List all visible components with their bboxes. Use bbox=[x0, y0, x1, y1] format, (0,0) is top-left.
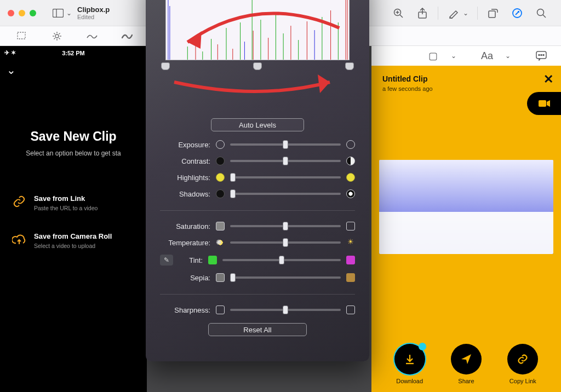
sepia-high-icon bbox=[346, 273, 355, 282]
chevron-down-icon[interactable]: ⌄ bbox=[462, 6, 469, 20]
contrast-low-icon bbox=[216, 157, 225, 165]
sidebar-toggle-icon[interactable] bbox=[51, 6, 65, 20]
black-point-handle[interactable] bbox=[161, 62, 170, 70]
warm-icon: ☀ bbox=[346, 238, 355, 247]
chevron-down-icon[interactable]: ⌄ bbox=[505, 49, 511, 63]
saturation-slider[interactable]: Saturation: bbox=[160, 222, 355, 230]
option-subtitle: Paste the URL to a video bbox=[34, 205, 98, 211]
svg-marker-55 bbox=[318, 74, 330, 93]
sepia-slider[interactable]: Sepia: bbox=[160, 273, 355, 282]
svg-line-19 bbox=[59, 38, 60, 39]
share-icon[interactable] bbox=[415, 6, 430, 20]
action-label: Share bbox=[458, 378, 474, 384]
back-button[interactable]: ⌄ bbox=[0, 60, 147, 80]
sepia-low-icon bbox=[216, 273, 225, 282]
svg-rect-12 bbox=[18, 32, 25, 39]
adjust-color-panel[interactable]: ✕ Adjust Color – Clipbox.png bbox=[146, 0, 369, 361]
copy-link-action[interactable]: Copy Link bbox=[507, 344, 538, 384]
sharpness-low-icon bbox=[216, 305, 225, 314]
contrast-slider[interactable]: Contrast: bbox=[160, 157, 355, 165]
saturation-low-icon bbox=[216, 222, 225, 230]
save-clip-title: Save New Clip bbox=[0, 129, 147, 144]
instant-alpha-icon[interactable] bbox=[51, 30, 63, 42]
clipbox-save-screen: ✈ ✶ 3:52 PM ⌄ Save New Clip Select an op… bbox=[0, 46, 147, 392]
tint-slider[interactable]: ✎ Tint: bbox=[160, 255, 355, 266]
draw-tool-icon[interactable] bbox=[121, 30, 133, 42]
close-clip-button[interactable]: ✕ bbox=[543, 72, 553, 87]
fullscreen-window-button[interactable] bbox=[30, 10, 36, 16]
sketch-tool-icon[interactable] bbox=[86, 30, 98, 42]
levels-handles[interactable] bbox=[164, 62, 351, 72]
sharpness-high-icon bbox=[346, 305, 355, 314]
svg-rect-8 bbox=[489, 11, 495, 18]
rotate-icon[interactable] bbox=[486, 6, 500, 20]
option-title: Save from Camera Roll bbox=[34, 232, 112, 240]
highlights-low-icon bbox=[216, 173, 225, 182]
record-button[interactable] bbox=[527, 92, 561, 115]
chevron-down-icon[interactable]: ⌄ bbox=[450, 49, 457, 63]
eyedropper-button[interactable]: ✎ bbox=[160, 255, 173, 266]
annotation-icon[interactable] bbox=[534, 49, 548, 63]
right-toolbar: ▢ ⌄ Aa ⌄ bbox=[371, 46, 561, 66]
edited-label: Edited bbox=[77, 14, 110, 20]
save-from-camera-option[interactable]: Save from Camera Roll Select a video to … bbox=[0, 222, 147, 249]
shadows-slider[interactable]: Shadows: bbox=[160, 189, 355, 198]
svg-point-23 bbox=[539, 55, 540, 56]
shadows-low-icon bbox=[216, 189, 225, 198]
svg-point-24 bbox=[541, 55, 542, 56]
clip-title: Untitled Clip bbox=[382, 74, 433, 83]
mid-point-handle[interactable] bbox=[253, 62, 262, 70]
svg-line-21 bbox=[59, 33, 60, 34]
clip-subtitle: a few seconds ago bbox=[382, 85, 433, 92]
save-from-link-option[interactable]: Save from Link Paste the URL to a video bbox=[0, 185, 147, 211]
save-clip-subtitle: Select an option below to get sta bbox=[0, 149, 147, 157]
tint-magenta-icon bbox=[346, 256, 355, 264]
clipbox-clip-screen: ▢ ⌄ Aa ⌄ Untitled Clip a few seconds ago… bbox=[371, 46, 561, 392]
tint-green-icon bbox=[208, 256, 217, 264]
minimize-window-button[interactable] bbox=[19, 10, 25, 16]
sliders-group: Exposure: Contrast: Highlights: Shadows:… bbox=[146, 140, 369, 314]
search-icon[interactable] bbox=[534, 6, 548, 20]
edit-icon[interactable] bbox=[510, 6, 524, 20]
selection-tool-icon[interactable] bbox=[16, 30, 28, 42]
svg-line-11 bbox=[543, 15, 546, 18]
svg-line-3 bbox=[400, 15, 403, 18]
status-icons: ✈ ✶ bbox=[4, 49, 16, 56]
status-bar: ✈ ✶ 3:52 PM bbox=[0, 46, 147, 60]
shadows-high-icon bbox=[346, 189, 355, 198]
action-label: Download bbox=[396, 378, 423, 384]
svg-point-25 bbox=[543, 55, 544, 56]
option-subtitle: Select a video to upload bbox=[34, 243, 112, 249]
exposure-slider[interactable]: Exposure: bbox=[160, 140, 355, 149]
filename-label: Clipbox.p bbox=[77, 5, 110, 14]
auto-levels-button[interactable]: Auto Levels bbox=[211, 118, 304, 131]
aperture-low-icon bbox=[216, 140, 225, 149]
text-style-icon[interactable]: Aa bbox=[480, 49, 494, 63]
zoom-in-icon[interactable] bbox=[391, 6, 405, 20]
aperture-high-icon bbox=[346, 140, 355, 149]
markup-icon[interactable] bbox=[446, 6, 461, 20]
white-point-handle[interactable] bbox=[345, 62, 354, 70]
histogram bbox=[165, 0, 350, 60]
share-action[interactable]: Share bbox=[451, 344, 482, 384]
close-window-button[interactable] bbox=[8, 10, 14, 16]
svg-point-10 bbox=[537, 9, 544, 15]
temperature-slider[interactable]: Temperature: ✺ ☀ bbox=[160, 238, 355, 247]
sharpness-slider[interactable]: Sharpness: bbox=[160, 305, 355, 314]
window-controls[interactable] bbox=[8, 10, 36, 16]
saturation-high-icon bbox=[346, 222, 355, 230]
highlights-slider[interactable]: Highlights: bbox=[160, 173, 355, 182]
contrast-high-icon bbox=[346, 157, 355, 165]
highlights-high-icon bbox=[346, 173, 355, 182]
svg-line-20 bbox=[54, 38, 55, 39]
status-time: 3:52 PM bbox=[62, 50, 85, 56]
option-title: Save from Link bbox=[34, 194, 98, 203]
reset-all-button[interactable]: Reset All bbox=[208, 323, 307, 336]
action-label: Copy Link bbox=[510, 378, 536, 384]
download-action[interactable]: Download bbox=[394, 344, 425, 384]
chevron-down-icon[interactable]: ⌄ bbox=[66, 6, 72, 20]
cloud-upload-icon bbox=[12, 232, 26, 246]
svg-point-13 bbox=[55, 34, 59, 38]
levels-arrow-overlay bbox=[165, 72, 350, 104]
rect-tool-icon[interactable]: ▢ bbox=[426, 49, 440, 63]
